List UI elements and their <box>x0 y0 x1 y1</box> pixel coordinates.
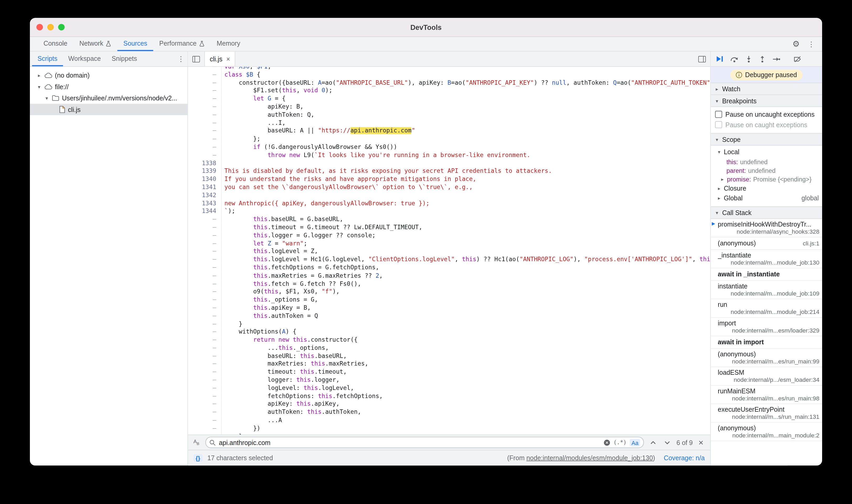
code-line[interactable]: – ...this._options, <box>188 344 710 353</box>
coverage-link[interactable]: Coverage: n/a <box>664 454 705 462</box>
frame-location-link[interactable]: node:internal/p.../esm_loader:34 <box>718 377 819 384</box>
line-number[interactable]: 1343 <box>188 200 221 208</box>
chevron-down-icon[interactable]: ▾ <box>44 95 50 101</box>
code-line-text[interactable]: If you understand the risks and have app… <box>221 176 710 183</box>
step-icon[interactable] <box>773 56 780 62</box>
code-line[interactable]: – this.logLevel = Z, <box>188 248 710 256</box>
tab-network[interactable]: Network <box>73 37 118 51</box>
regex-toggle-button[interactable]: (.*) <box>614 439 627 446</box>
file-tab-cli-js[interactable]: cli.js × <box>205 52 235 66</box>
code-line-text[interactable]: }) <box>221 425 710 433</box>
chevron-right-icon[interactable]: ▸ <box>36 73 42 78</box>
code-line-text[interactable]: apiKey: this.apiKey, <box>221 401 710 409</box>
code-line[interactable]: – }; <box>188 135 710 143</box>
code-line[interactable]: 1343new Anthropic({ apiKey, dangerouslyA… <box>188 200 710 208</box>
line-number[interactable]: – <box>188 79 221 87</box>
call-stack-frame[interactable]: (anonymous)node:internal/m...main_module… <box>711 423 822 441</box>
code-line-text[interactable]: } <box>221 320 710 328</box>
call-stack-frame[interactable]: importnode:internal/m...esm/loader:329 <box>711 318 822 336</box>
call-stack-frame[interactable]: (anonymous)node:internal/m...es/run_main… <box>711 349 822 367</box>
call-stack-await-row[interactable]: await in _instantiate <box>711 268 822 281</box>
code-line-text[interactable]: let Z = "warn"; <box>221 240 710 248</box>
code-line-text[interactable]: baseURL: A || "https://api.anthropic.com… <box>221 127 710 135</box>
code-editor[interactable]: –var Xs0, $F1;–class $B {– constructor({… <box>188 67 710 434</box>
call-stack-frame[interactable]: _instantiatenode:internal/m...module_job… <box>711 250 822 268</box>
code-line-text[interactable]: o9(this, $F1, Xs0, "f"), <box>221 288 710 296</box>
code-line-text[interactable]: $F1.set(this, void 0); <box>221 87 710 95</box>
section-call-stack[interactable]: ▾ Call Stack <box>711 206 822 219</box>
code-line-text[interactable]: ...this._options, <box>221 344 710 353</box>
code-line[interactable]: –var Xs0, $F1; <box>188 67 710 71</box>
scope-local-row[interactable]: ▾ Local <box>711 147 822 157</box>
code-line[interactable]: 1344`); <box>188 208 710 216</box>
code-line[interactable]: – ...A <box>188 417 710 425</box>
pause-on-caught-row[interactable]: Pause on caught exceptions <box>711 120 822 130</box>
code-line[interactable]: – constructor({baseURL: A=ao("ANTHROPIC_… <box>188 79 710 87</box>
previous-match-button[interactable] <box>648 438 658 447</box>
code-line-text[interactable]: class $B { <box>221 71 710 79</box>
tree-item-cli-js[interactable]: cli.js <box>30 104 188 115</box>
resume-script-icon[interactable] <box>716 56 723 62</box>
pause-on-uncaught-row[interactable]: Pause on uncaught exceptions <box>711 109 822 119</box>
line-number[interactable]: – <box>188 360 221 368</box>
call-stack-frame[interactable]: (anonymous)cli.js:1 <box>711 237 822 250</box>
line-number[interactable]: 1342 <box>188 192 221 200</box>
section-watch[interactable]: ▸ Watch <box>711 83 822 95</box>
code-line[interactable]: – throw new L9(`It looks like you're run… <box>188 151 710 159</box>
pause-caught-checkbox[interactable] <box>715 121 722 128</box>
line-number[interactable]: – <box>188 135 221 143</box>
code-line[interactable]: – ...I, <box>188 119 710 127</box>
code-line[interactable]: 1341you can set the \`dangerouslyAllowBr… <box>188 183 710 192</box>
line-number[interactable]: – <box>188 103 221 111</box>
tree-item-file-scheme[interactable]: ▾ file:// <box>30 81 188 93</box>
line-number[interactable]: – <box>188 417 221 425</box>
code-line[interactable]: – apiKey: this.apiKey, <box>188 401 710 409</box>
close-tab-icon[interactable]: × <box>226 55 230 63</box>
code-line-text[interactable] <box>221 192 710 200</box>
code-line-text[interactable]: } <box>221 433 710 434</box>
line-number[interactable]: – <box>188 368 221 377</box>
code-line[interactable]: – baseURL: A || "https://api.anthropic.c… <box>188 127 710 135</box>
line-number[interactable]: 1341 <box>188 183 221 192</box>
line-number[interactable]: – <box>188 272 221 280</box>
frame-location-link[interactable]: node:internal/async_hooks:328 <box>718 228 819 235</box>
code-line[interactable]: – authToken: Q, <box>188 111 710 119</box>
tree-item-no-domain[interactable]: ▸ (no domain) <box>30 70 188 81</box>
code-line-text[interactable]: throw new L9(`It looks like you're runni… <box>221 151 710 159</box>
code-line[interactable]: – $F1.set(this, void 0); <box>188 87 710 95</box>
line-number[interactable]: – <box>188 87 221 95</box>
code-line-text[interactable]: logLevel: this.logLevel, <box>221 384 710 393</box>
line-number[interactable]: – <box>188 409 221 417</box>
next-match-button[interactable] <box>662 438 672 447</box>
line-number[interactable]: – <box>188 224 221 232</box>
toggle-navigator-icon[interactable] <box>188 52 205 66</box>
call-stack-frame[interactable]: loadESMnode:internal/p.../esm_loader:34 <box>711 367 822 385</box>
code-line-text[interactable]: authToken: this.authToken, <box>221 409 710 417</box>
more-options-icon[interactable]: ⋮ <box>805 38 818 50</box>
line-number[interactable]: – <box>188 119 221 127</box>
tree-item-folder[interactable]: ▾ Users/jinhuilee/.nvm/versions/node/v2.… <box>30 92 188 104</box>
call-stack-frame[interactable]: runnode:internal/m...module_job:214 <box>711 299 822 318</box>
code-line[interactable]: – this.fetch = G.fetch ?? Fs0(), <box>188 280 710 288</box>
line-number[interactable]: – <box>188 401 221 409</box>
step-over-icon[interactable] <box>730 56 739 62</box>
line-number[interactable]: – <box>188 384 221 393</box>
code-line-text[interactable]: withOptions(A) { <box>221 328 710 337</box>
code-line-text[interactable]: return new this.constructor({ <box>221 336 710 344</box>
code-line-text[interactable]: maxRetries: this.maxRetries, <box>221 360 710 368</box>
line-number[interactable]: – <box>188 256 221 264</box>
match-case-toggle-button[interactable]: Aa <box>630 439 640 446</box>
code-line-text[interactable]: this.fetch = G.fetch ?? Fs0(), <box>221 280 710 288</box>
frame-location-link[interactable]: node:internal/m...esm/loader:329 <box>718 327 819 334</box>
line-number[interactable]: – <box>188 264 221 272</box>
code-line-text[interactable]: if (!G.dangerouslyAllowBrowser && Ys0()) <box>221 143 710 151</box>
line-number[interactable]: – <box>188 151 221 159</box>
line-number[interactable]: – <box>188 377 221 385</box>
code-line-text[interactable]: logger: this.logger, <box>221 377 710 385</box>
frame-location-link[interactable]: node:internal/m...module_job:130 <box>718 259 819 266</box>
code-line-text[interactable]: this.baseURL = G.baseURL, <box>221 216 710 224</box>
line-number[interactable]: – <box>188 67 221 71</box>
code-line-text[interactable]: new Anthropic({ apiKey, dangerouslyAllow… <box>221 200 710 208</box>
line-number[interactable]: – <box>188 288 221 296</box>
pause-uncaught-checkbox[interactable] <box>715 111 722 118</box>
